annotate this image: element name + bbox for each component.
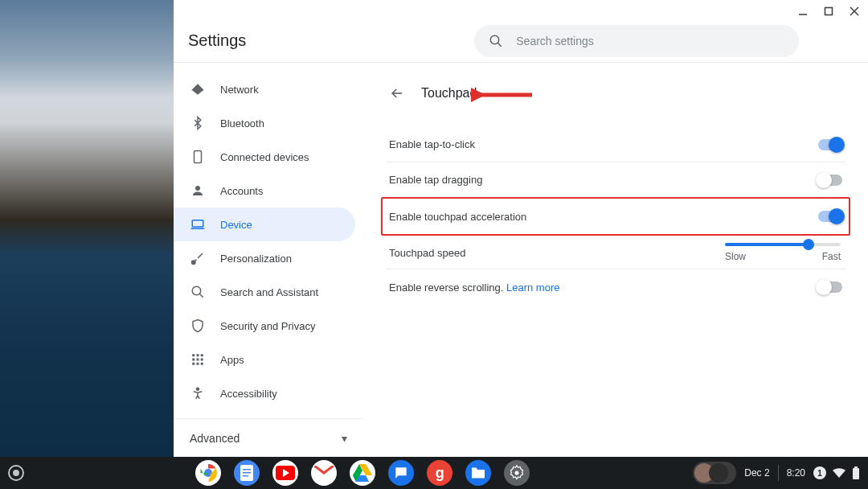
svg-rect-1: [825, 8, 833, 15]
row-label: Touchpad speed: [389, 247, 465, 259]
svg-point-22: [197, 388, 199, 390]
toggle-reverse-scrolling[interactable]: [818, 281, 842, 293]
close-button[interactable]: [847, 4, 862, 18]
sidebar-item-label: Bluetooth: [220, 117, 264, 129]
learn-more-link[interactable]: Learn more: [506, 281, 559, 294]
shelf: g Dec 2 8:20 1: [0, 457, 868, 489]
app-chrome[interactable]: [195, 460, 221, 486]
account-icon: [190, 183, 206, 199]
app-files[interactable]: [465, 460, 491, 486]
laptop-icon: [190, 216, 206, 232]
svg-point-10: [192, 261, 196, 265]
svg-rect-21: [201, 363, 203, 365]
svg-line-12: [199, 294, 203, 298]
toggle-tap-dragging[interactable]: [818, 175, 842, 186]
svg-rect-35: [853, 468, 859, 479]
svg-rect-17: [197, 359, 199, 361]
maximize-icon: [824, 6, 833, 16]
sidebar-item-device[interactable]: Device: [174, 208, 355, 241]
app-settings[interactable]: [504, 460, 530, 486]
toggle-touchpad-acceleration[interactable]: [818, 211, 842, 222]
row-label: Enable reverse scrolling. Learn more: [389, 281, 559, 294]
touchpad-speed-slider[interactable]: Slow Fast: [725, 243, 841, 262]
svg-rect-36: [854, 466, 858, 468]
minimize-icon: [798, 6, 808, 16]
brush-icon: [190, 250, 206, 266]
notification-badge[interactable]: 1: [813, 466, 826, 479]
page-title: Touchpad: [421, 86, 477, 101]
svg-rect-6: [194, 151, 202, 163]
app-drive[interactable]: [350, 460, 375, 486]
annotation-arrow-title: [471, 87, 535, 103]
advanced-label: Advanced: [190, 432, 240, 445]
svg-point-4: [491, 35, 500, 44]
app-gmail[interactable]: [311, 460, 337, 486]
search-input[interactable]: [516, 35, 784, 47]
page-header: Touchpad: [386, 74, 845, 113]
app-docs[interactable]: [234, 460, 260, 486]
highlight-acceleration: Enable touchpad acceleration: [381, 197, 850, 236]
toggle-tap-to-click[interactable]: [818, 139, 842, 150]
tray-date: Dec 2: [744, 467, 769, 479]
settings-card: Enable tap-to-click Enable tap dragging …: [386, 127, 845, 305]
sidebar-item-label: Apps: [220, 354, 244, 366]
row-tap-dragging: Enable tap dragging: [386, 162, 845, 198]
tray-time: 8:20: [787, 467, 805, 479]
sidebar-item-search-assistant[interactable]: Search and Assistant: [174, 275, 355, 309]
svg-rect-15: [201, 354, 203, 356]
row-label: Enable touchpad acceleration: [389, 211, 526, 223]
sidebar-item-bluetooth[interactable]: Bluetooth: [174, 106, 355, 140]
search-icon: [489, 34, 503, 48]
back-arrow-icon: [389, 85, 405, 101]
sidebar-item-label: Network: [220, 84, 259, 96]
svg-point-34: [515, 471, 519, 475]
svg-rect-31: [243, 475, 248, 477]
network-icon: [190, 81, 206, 97]
user-avatar-switcher[interactable]: [693, 462, 736, 484]
app-youtube[interactable]: [272, 460, 298, 486]
bluetooth-icon: [190, 115, 206, 131]
sidebar-item-connected-devices[interactable]: Connected devices: [174, 140, 355, 174]
accessibility-icon: [190, 385, 206, 401]
search-box[interactable]: [474, 25, 799, 57]
sidebar: Network Bluetooth Connected devices Acco…: [174, 63, 363, 457]
search-assist-icon: [190, 284, 206, 300]
slider-fill: [725, 243, 809, 246]
sidebar-item-label: Accessibility: [220, 388, 277, 400]
minimize-button[interactable]: [796, 4, 810, 18]
sidebar-item-personalization[interactable]: Personalization: [174, 241, 355, 275]
svg-rect-20: [197, 363, 199, 365]
system-tray[interactable]: Dec 2 8:20 1: [693, 462, 860, 484]
close-icon: [850, 6, 859, 16]
sidebar-item-accounts[interactable]: Accounts: [174, 174, 355, 208]
svg-rect-16: [192, 359, 194, 361]
sidebar-item-accessibility[interactable]: Accessibility: [174, 376, 355, 410]
svg-point-11: [192, 286, 201, 295]
sidebar-item-label: Security and Privacy: [220, 320, 316, 332]
slider-max-label: Fast: [822, 251, 841, 262]
row-reverse-scrolling: Enable reverse scrolling. Learn more: [386, 269, 845, 305]
sidebar-item-apps[interactable]: Apps: [174, 343, 355, 376]
sidebar-advanced[interactable]: Advanced ▾: [174, 418, 363, 457]
sidebar-item-security-privacy[interactable]: Security and Privacy: [174, 309, 355, 343]
launcher-button[interactable]: [8, 465, 24, 481]
slider-thumb[interactable]: [803, 239, 814, 250]
maximize-button[interactable]: [821, 4, 836, 18]
shelf-apps: g: [195, 460, 530, 486]
app-google[interactable]: g: [427, 460, 452, 486]
back-button[interactable]: [386, 82, 408, 105]
battery-icon: [852, 466, 860, 479]
row-label: Enable tap-to-click: [389, 138, 475, 150]
sidebar-item-label: Search and Assistant: [220, 286, 318, 298]
sidebar-item-network[interactable]: Network: [174, 72, 355, 106]
sidebar-item-label: Connected devices: [220, 151, 309, 163]
app-messages[interactable]: [388, 460, 414, 486]
slider-min-label: Slow: [725, 251, 746, 262]
header: Settings: [174, 23, 868, 62]
sidebar-item-label: Accounts: [220, 185, 263, 197]
shield-icon: [190, 318, 206, 334]
svg-rect-18: [201, 359, 203, 361]
svg-rect-13: [192, 354, 194, 356]
svg-line-5: [498, 43, 502, 47]
svg-rect-14: [197, 354, 199, 356]
